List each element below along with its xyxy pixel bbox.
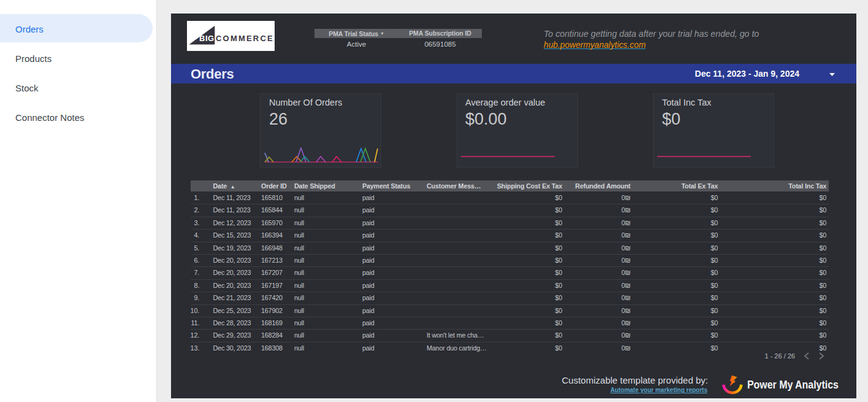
- svg-text:BIG: BIG: [199, 34, 215, 43]
- svg-text:COMMERCE: COMMERCE: [216, 34, 274, 43]
